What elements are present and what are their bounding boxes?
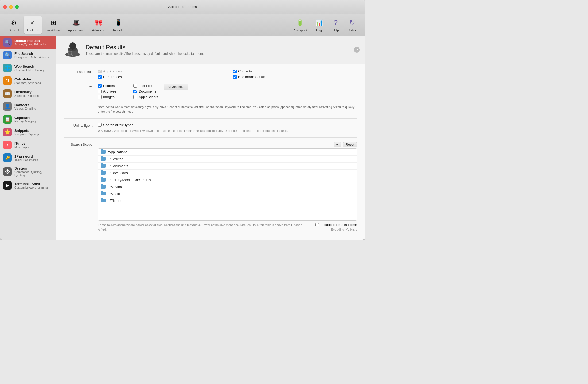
- sidebar-item-1password[interactable]: 🔑 1Password 1Click Bookmarks: [0, 151, 56, 164]
- toolbar-item-advanced[interactable]: 🎀 Advanced: [89, 16, 108, 34]
- checkbox-preferences[interactable]: Preferences: [98, 75, 222, 79]
- include-home-label: Include folders in Home: [320, 223, 357, 227]
- checkbox-documents[interactable]: Documents: [133, 89, 158, 93]
- divider-3: [64, 236, 357, 236]
- sidebar-item-system[interactable]: ⏻ System Commands, Quitting, Ejecting: [0, 164, 56, 179]
- checkbox-search-all-input[interactable]: [98, 123, 102, 127]
- scope-add-button[interactable]: +: [334, 142, 341, 147]
- sidebar-item-contacts[interactable]: 👤 Contacts Viewer, Emailing: [0, 100, 56, 113]
- scope-path-pictures[interactable]: ~/Pictures: [98, 197, 357, 204]
- note-content: Note: Alfred works most efficiently if y…: [98, 104, 357, 114]
- sidebar-item-subtitle-system: Commands, Quitting, Ejecting: [14, 170, 53, 177]
- 1password-icon: 🔑: [3, 153, 12, 162]
- scope-footer-text: These folders define where Alfred looks …: [98, 223, 310, 232]
- checkbox-images-input[interactable]: [98, 95, 102, 99]
- alfred-hat-icon: [64, 41, 81, 58]
- checkbox-folders-label: Folders: [103, 84, 115, 88]
- sidebar-text-terminal: Terminal / Shell Custom keyword, termina…: [14, 182, 48, 189]
- sidebar-item-default-results[interactable]: 🔍 Default Results Scope, Types, Fallback…: [0, 36, 56, 49]
- checkbox-documents-input[interactable]: [133, 90, 137, 93]
- search-scope-label: Search Scope:: [64, 142, 94, 147]
- toolbar-label-powerpack: Powerpack: [293, 29, 307, 32]
- scope-path-documents[interactable]: ~/Documents: [98, 163, 357, 170]
- workflows-icon: ⊞: [49, 18, 58, 28]
- toolbar-item-features[interactable]: ✔ Features: [24, 16, 42, 34]
- sidebar-item-subtitle-web-search: Custom, URLs, History: [14, 68, 44, 72]
- sidebar-item-subtitle-default-results: Scope, Types, Fallbacks: [14, 43, 46, 46]
- sidebar-item-title-dictionary: Dictionary: [14, 90, 40, 94]
- scope-path-movies[interactable]: ~/Movies: [98, 183, 357, 190]
- sidebar-item-itunes[interactable]: ♪ iTunes Mini Player: [0, 139, 56, 151]
- app-window: Alfred Preferences ⚙ General ✔ Features …: [0, 0, 365, 240]
- sidebar-text-calculator: Calculator Standard, Advanced: [14, 77, 41, 85]
- checkbox-bookmarks-input[interactable]: [233, 75, 237, 79]
- essentials-checkbox-grid: Applications Contacts Preferences: [98, 69, 357, 79]
- checkbox-archives[interactable]: Archives: [98, 89, 123, 93]
- toolbar-item-workflows[interactable]: ⊞ Workflows: [44, 16, 64, 34]
- minimize-button[interactable]: [9, 5, 13, 9]
- sidebar-item-terminal[interactable]: ▶ Terminal / Shell Custom keyword, termi…: [0, 179, 56, 192]
- detail-title: Default Results: [86, 44, 204, 51]
- unintelligent-label: Unintelligent:: [64, 123, 94, 128]
- snippets-icon: ⭐: [3, 128, 12, 136]
- essentials-row: Essentials: Applications Contacts: [64, 69, 357, 79]
- toolbar-item-appearance[interactable]: 🎩 Appearance: [65, 16, 87, 34]
- checkbox-images[interactable]: Images: [98, 95, 123, 99]
- window-title: Alfred Preferences: [168, 5, 197, 9]
- scope-list: /Applications ~/Desktop ~/Documents: [98, 148, 357, 221]
- maximize-button[interactable]: [15, 5, 19, 9]
- include-home-checkbox[interactable]: [315, 223, 319, 226]
- sidebar-item-file-search[interactable]: 🔍 File Search Navigation, Buffer, Action…: [0, 49, 56, 62]
- sidebar-item-dictionary[interactable]: 📖 Dictionary Spelling, Definitions: [0, 87, 56, 100]
- toolbar-item-usage[interactable]: 📊 Usage: [312, 16, 327, 34]
- sidebar-item-calculator[interactable]: 🗓 Calculator Standard, Advanced: [0, 74, 56, 87]
- scope-path-library-mobile[interactable]: ~/Library/Mobile Documents: [98, 176, 357, 183]
- sidebar-text-system: System Commands, Quitting, Ejecting: [14, 166, 53, 177]
- detail-header: Default Results These are the main resul…: [56, 36, 365, 64]
- toolbar-item-remote[interactable]: 📱 Remote: [110, 16, 127, 34]
- toolbar-item-powerpack[interactable]: 🔋 Powerpack: [290, 16, 310, 34]
- checkbox-text-files-input[interactable]: [133, 84, 137, 88]
- include-home-row[interactable]: Include folders in Home: [315, 223, 357, 227]
- scope-path-music[interactable]: ~/Music: [98, 190, 357, 197]
- close-button[interactable]: [3, 5, 7, 9]
- checkbox-folders-input[interactable]: [98, 84, 102, 88]
- toolbar-right: 🔋 Powerpack 📊 Usage ? Help ↻ Update: [290, 16, 360, 34]
- checkbox-applications[interactable]: Applications: [98, 69, 222, 73]
- scope-reset-button[interactable]: Reset: [343, 142, 357, 147]
- sidebar-item-snippets[interactable]: ⭐ Snippets Snippets, Clippings: [0, 126, 56, 139]
- checkbox-folders[interactable]: Folders: [98, 84, 123, 88]
- checkbox-contacts-input[interactable]: [233, 70, 237, 73]
- checkbox-text-files[interactable]: Text Files: [133, 84, 158, 88]
- toolbar-item-help[interactable]: ? Help: [328, 16, 343, 34]
- scope-controls: + Reset: [98, 142, 357, 147]
- checkbox-applescripts[interactable]: AppleScripts: [133, 95, 158, 99]
- toolbar-item-general[interactable]: ⚙ General: [5, 16, 22, 34]
- sidebar-item-web-search[interactable]: 🌐 Web Search Custom, URLs, History: [0, 62, 56, 74]
- scope-path-applications[interactable]: /Applications: [98, 149, 357, 156]
- scope-footer: These folders define where Alfred looks …: [98, 223, 357, 232]
- sidebar-item-title-clipboard: Clipboard: [14, 116, 36, 120]
- scope-path-text-documents: ~/Documents: [108, 164, 128, 168]
- scope-path-text-pictures: ~/Pictures: [108, 199, 123, 203]
- detail-body: Essentials: Applications Contacts: [56, 64, 365, 240]
- scope-path-downloads[interactable]: ~/Downloads: [98, 170, 357, 176]
- checkbox-bookmarks[interactable]: Bookmarks - Safari: [233, 75, 357, 79]
- warning-text: WARNING: Selecting this will slow down a…: [98, 129, 357, 133]
- checkbox-preferences-input[interactable]: [98, 75, 102, 79]
- folder-icon-movies: [101, 185, 106, 189]
- checkbox-applescripts-input[interactable]: [133, 95, 137, 99]
- help-button[interactable]: ?: [354, 47, 360, 53]
- sidebar-text-web-search: Web Search Custom, URLs, History: [14, 64, 44, 72]
- checkbox-applications-input[interactable]: [98, 70, 102, 73]
- checkbox-documents-label: Documents: [139, 89, 156, 93]
- advanced-button[interactable]: Advanced...: [164, 84, 188, 90]
- search-scope-row: Search Scope: + Reset /Applications: [64, 142, 357, 232]
- toolbar-item-update[interactable]: ↻ Update: [345, 16, 360, 34]
- checkbox-archives-input[interactable]: [98, 90, 102, 93]
- checkbox-search-all[interactable]: Search all file types: [98, 123, 357, 127]
- extras-label: Extras:: [64, 84, 94, 88]
- scope-path-desktop[interactable]: ~/Desktop: [98, 156, 357, 163]
- sidebar-item-clipboard[interactable]: 📋 Clipboard History, Merging: [0, 113, 56, 126]
- checkbox-contacts[interactable]: Contacts: [233, 69, 357, 73]
